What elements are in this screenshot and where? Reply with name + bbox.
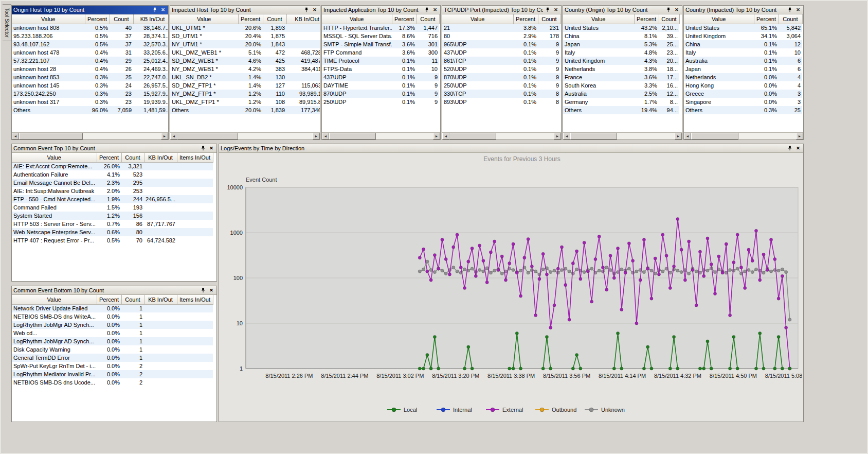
- table-row[interactable]: Netherlands0.0%4: [684, 73, 802, 81]
- column-header-percent[interactable]: Percent: [754, 14, 779, 24]
- series-external-marker[interactable]: [661, 233, 664, 236]
- close-icon[interactable]: ✕: [552, 7, 559, 13]
- legend-item-outbound[interactable]: Outbound: [535, 407, 576, 413]
- series-unknown-marker[interactable]: [433, 270, 436, 273]
- column-header-count[interactable]: Count: [779, 14, 802, 24]
- series-local-marker[interactable]: [545, 335, 548, 338]
- series-local-marker[interactable]: [646, 345, 649, 348]
- table-row[interactable]: United Kingdom4.3%20...: [563, 57, 679, 65]
- table-row[interactable]: Others20.0%1,839177,346...: [170, 106, 320, 114]
- series-external-marker[interactable]: [725, 242, 728, 246]
- series-external-marker[interactable]: [463, 286, 466, 289]
- legend-item-local[interactable]: Local: [387, 407, 417, 413]
- series-local-marker[interactable]: [773, 367, 776, 370]
- table-row[interactable]: South Korea3.3%16...: [563, 81, 679, 90]
- series-external-marker[interactable]: [609, 254, 612, 257]
- panel-titlebar[interactable]: Impacted Host Top 10 by Count ✕: [170, 6, 320, 14]
- series-unknown-marker[interactable]: [620, 268, 623, 271]
- series-unknown-marker[interactable]: [676, 269, 679, 272]
- scrollbar-track[interactable]: [19, 133, 161, 139]
- series-external-marker[interactable]: [456, 233, 459, 236]
- series-unknown-marker[interactable]: [482, 270, 485, 273]
- series-local-marker[interactable]: [732, 335, 735, 338]
- column-header-value[interactable]: Value: [684, 14, 754, 24]
- series-unknown-marker[interactable]: [668, 271, 672, 274]
- close-icon[interactable]: ✕: [159, 7, 167, 13]
- series-external-marker[interactable]: [773, 257, 776, 260]
- series-local-marker[interactable]: [575, 353, 578, 356]
- panel-titlebar[interactable]: Country (Impacted) Top 10 by Count ✕: [684, 6, 803, 14]
- series-external-marker[interactable]: [530, 265, 533, 268]
- scrollbar-thumb[interactable]: [691, 133, 738, 139]
- series-external-marker[interactable]: [426, 270, 429, 273]
- table-row[interactable]: Italy4.8%23...: [563, 48, 679, 57]
- series-unknown-marker[interactable]: [489, 271, 492, 274]
- series-unknown-marker[interactable]: [680, 270, 683, 273]
- panel-titlebar[interactable]: Country (Origin) Top 10 by Count ✕: [563, 6, 682, 14]
- scrollbar-thumb[interactable]: [449, 133, 496, 139]
- table-row[interactable]: Japan0.1%6: [684, 65, 802, 73]
- series-local-marker[interactable]: [758, 331, 762, 335]
- series-local-marker[interactable]: [471, 367, 474, 370]
- close-icon[interactable]: ✕: [673, 7, 680, 13]
- table-row[interactable]: 330\TCP0.1%8: [442, 90, 560, 98]
- series-external-marker[interactable]: [698, 250, 701, 253]
- series-unknown-marker[interactable]: [534, 270, 537, 273]
- series-external-marker[interactable]: [642, 238, 645, 241]
- series-unknown-marker[interactable]: [441, 269, 444, 272]
- series-external-marker[interactable]: [512, 242, 515, 246]
- table-row[interactable]: Australia2.5%12...: [563, 90, 679, 98]
- series-external-marker[interactable]: [710, 263, 713, 266]
- series-external-marker[interactable]: [721, 271, 724, 274]
- pin-icon[interactable]: [151, 7, 158, 13]
- table-row[interactable]: 173.250.242.2500.3%2315,927.9...: [12, 90, 168, 98]
- series-external-marker[interactable]: [695, 304, 698, 307]
- series-local-marker[interactable]: [788, 367, 791, 370]
- series-unknown-marker[interactable]: [785, 270, 788, 273]
- column-header-value[interactable]: Value: [12, 295, 97, 304]
- series-unknown-marker[interactable]: [769, 270, 772, 273]
- column-header-value[interactable]: Value: [322, 14, 392, 24]
- series-unknown-marker[interactable]: [463, 268, 466, 271]
- series-unknown-marker[interactable]: [754, 268, 757, 271]
- series-unknown-marker[interactable]: [695, 270, 698, 273]
- series-local-marker[interactable]: [433, 335, 436, 338]
- series-external-marker[interactable]: [668, 286, 672, 289]
- series-local-marker[interactable]: [418, 367, 421, 370]
- series-external-marker[interactable]: [538, 277, 541, 281]
- table-row[interactable]: FTP Command3.6%300: [322, 48, 439, 57]
- series-unknown-marker[interactable]: [418, 270, 421, 273]
- pin-icon[interactable]: [423, 7, 430, 13]
- series-external-marker[interactable]: [605, 288, 608, 291]
- table-row[interactable]: Web cd...0.0%1: [12, 329, 213, 337]
- series-external-marker[interactable]: [441, 238, 444, 241]
- series-external-marker[interactable]: [680, 248, 683, 251]
- table-row[interactable]: Australia0.1%6: [684, 57, 802, 65]
- table-row[interactable]: 437\UDP0.1%9: [442, 48, 560, 57]
- series-local-marker[interactable]: [549, 367, 552, 370]
- series-unknown-marker[interactable]: [452, 266, 455, 269]
- column-header-kb-in-out[interactable]: KB In/Out: [133, 14, 168, 24]
- panel-titlebar[interactable]: Impacted Application Top 10 by Count ✕: [322, 6, 440, 14]
- series-external-marker[interactable]: [467, 260, 470, 263]
- series-unknown-marker[interactable]: [541, 268, 545, 271]
- series-unknown-marker[interactable]: [568, 270, 571, 273]
- series-external-marker[interactable]: [564, 284, 567, 287]
- series-external-marker[interactable]: [556, 267, 559, 270]
- table-row[interactable]: HTTP 503 : Server Error - Serv...0.7%868…: [12, 220, 213, 228]
- series-external-marker[interactable]: [672, 265, 675, 268]
- table-row[interactable]: 802.9%178: [442, 32, 560, 40]
- table-row[interactable]: Netherlands3.8%18...: [563, 65, 679, 73]
- scroll-right-button[interactable]: ►: [161, 133, 168, 139]
- series-external-marker[interactable]: [598, 235, 601, 238]
- series-local-marker[interactable]: [668, 367, 672, 370]
- series-unknown-marker[interactable]: [549, 270, 552, 273]
- table-row[interactable]: General TermDD Error0.0%1: [12, 354, 213, 362]
- series-external-marker[interactable]: [586, 270, 589, 273]
- series-external-marker[interactable]: [504, 278, 507, 282]
- column-header-count[interactable]: Count: [659, 14, 679, 24]
- table-row[interactable]: Japan5.3%25...: [563, 40, 679, 48]
- series-local-marker[interactable]: [706, 340, 709, 343]
- series-external-marker[interactable]: [568, 318, 571, 321]
- table-row[interactable]: Others19.4%94...: [563, 106, 679, 114]
